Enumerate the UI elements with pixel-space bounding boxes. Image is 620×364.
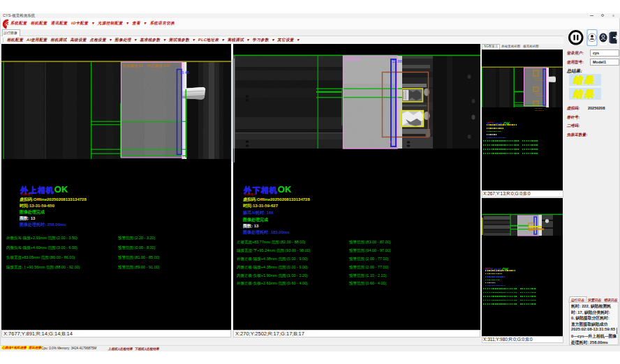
svg-text:23.88: 23.88 — [392, 59, 402, 63]
svg-text:AI: AI — [519, 216, 522, 219]
svg-text:灰值阈值:93，动态阈值:100: 灰值阈值:93，动态阈值:100 — [122, 63, 170, 68]
svg-text:AI检测框: AI检测框 — [345, 57, 360, 62]
svg-text:S3.43-R0.7: S3.43-R0.7 — [535, 109, 544, 112]
svg-text:S3.43-R0.7: S3.43-R0.7 — [535, 79, 544, 82]
svg-text:S3.43-R0.7: S3.43-R0.7 — [535, 95, 544, 97]
svg-text:24.5: 24.5 — [388, 140, 394, 144]
svg-text:93.48: 93.48 — [179, 70, 189, 75]
